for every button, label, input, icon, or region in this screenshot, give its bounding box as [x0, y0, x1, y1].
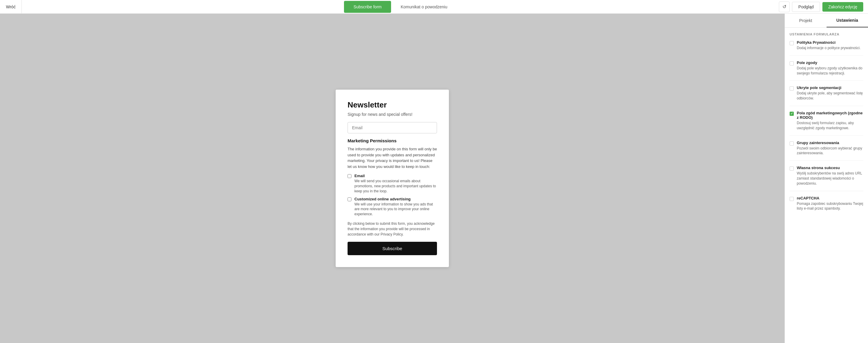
setting-desc-grupy: Pozwól swoim odbiorcom wybierać grupy za…: [797, 146, 863, 156]
setting-desc-wlasna_strona: Wyślij subskrybentów na swój adres URL z…: [797, 171, 863, 186]
checkbox-email-row: Email We will send you occasional emails…: [347, 174, 437, 194]
setting-checkbox-wlasna_strona[interactable]: [789, 166, 794, 171]
setting-desc-pole_zgody: Dodaj pole wyboru zgody użytkownika do s…: [797, 66, 863, 76]
setting-name-ukryte_pole: Ukryte pole segmentacji: [797, 85, 863, 90]
checkbox-email-desc: We will send you occasional emails about…: [354, 179, 437, 194]
privacy-text: By clicking below to submit this form, y…: [347, 221, 437, 237]
setting-desc-pola_zgod: Dostosuj swój formularz zapisu, aby uwzg…: [797, 121, 863, 131]
checkbox-advertising-content: Customized online advertising We will us…: [354, 197, 437, 217]
setting-item-recaptcha: reCAPTCHAPomaga zapobiec subskrybowaniu …: [789, 196, 863, 216]
setting-text-pole_zgody: Pole zgodyDodaj pole wyboru zgody użytko…: [797, 61, 863, 76]
checkbox-advertising-desc: We will use your information to show you…: [354, 202, 437, 217]
setting-text-wlasna_strona: Własna strona sukcesuWyślij subskrybentó…: [797, 166, 863, 186]
form-subtitle: Signup for news and special offers!: [347, 112, 437, 117]
sidebar-section-title: USTAWIENIA FORMULARZA: [789, 32, 863, 36]
history-icon: ↺: [782, 4, 786, 9]
preview-area: Newsletter Signup for news and special o…: [0, 14, 784, 343]
settings-list: Polityka PrywatnościDodaj informacje o p…: [789, 40, 863, 216]
setting-text-pola_zgod: Pola zgód marketingowych (zgodne z RODO)…: [797, 111, 863, 131]
setting-item-pola_zgod: Pola zgód marketingowych (zgodne z RODO)…: [789, 111, 863, 136]
setting-text-grupy: Grupy zainteresowaniaPozwól swoim odbior…: [797, 141, 863, 156]
checkbox-advertising-label: Customized online advertising: [354, 197, 437, 201]
setting-checkbox-polityka[interactable]: [789, 41, 794, 45]
preview-button[interactable]: Podgląd: [792, 2, 820, 12]
setting-checkbox-recaptcha[interactable]: [789, 197, 794, 201]
setting-name-recaptcha: reCAPTCHA: [797, 196, 863, 200]
nav-right-actions: ↺ Podgląd Zakończ edycję: [779, 1, 868, 12]
form-title: Newsletter: [347, 100, 437, 110]
setting-item-polityka: Polityka PrywatnościDodaj informacje o p…: [789, 40, 863, 56]
checkbox-advertising-row: Customized online advertising We will us…: [347, 197, 437, 217]
marketing-section: Marketing Permissions The information yo…: [347, 138, 437, 255]
setting-item-wlasna_strona: Własna strona sukcesuWyślij subskrybentó…: [789, 166, 863, 191]
setting-checkbox-ukryte_pole[interactable]: [789, 87, 794, 91]
back-button[interactable]: Wróć: [0, 0, 22, 13]
finish-edit-button[interactable]: Zakończ edycję: [823, 2, 863, 11]
right-sidebar: Projekt Ustawienia USTAWIENIA FORMULARZA…: [784, 14, 868, 343]
checkbox-email-content: Email We will send you occasional emails…: [354, 174, 437, 194]
setting-checkbox-pola_zgod[interactable]: [789, 112, 794, 116]
setting-name-wlasna_strona: Własna strona sukcesu: [797, 166, 863, 170]
marketing-title: Marketing Permissions: [347, 138, 437, 143]
checkbox-advertising[interactable]: [347, 197, 351, 201]
checkbox-email[interactable]: [347, 174, 351, 178]
setting-name-polityka: Polityka Prywatności: [797, 40, 861, 45]
sidebar-tabs: Projekt Ustawienia: [785, 14, 868, 28]
back-label: Wróć: [6, 4, 16, 9]
setting-item-grupy: Grupy zainteresowaniaPozwól swoim odbior…: [789, 141, 863, 161]
setting-name-grupy: Grupy zainteresowania: [797, 141, 863, 145]
setting-checkbox-grupy[interactable]: [789, 141, 794, 146]
setting-name-pola_zgod: Pola zgód marketingowych (zgodne z RODO): [797, 111, 863, 120]
checkbox-email-label: Email: [354, 174, 437, 178]
setting-checkbox-pole_zgody[interactable]: [789, 61, 794, 66]
marketing-desc: The information you provide on this form…: [347, 146, 437, 169]
tab-ustawienia[interactable]: Ustawienia: [827, 14, 868, 27]
setting-desc-ukryte_pole: Dodaj ukryte pole, aby segmentować listę…: [797, 91, 863, 101]
setting-item-ukryte_pole: Ukryte pole segmentacjiDodaj ukryte pole…: [789, 85, 863, 106]
setting-text-recaptcha: reCAPTCHAPomaga zapobiec subskrybowaniu …: [797, 196, 863, 211]
setting-text-ukryte_pole: Ukryte pole segmentacjiDodaj ukryte pole…: [797, 85, 863, 101]
subscribe-button[interactable]: Subscribe: [347, 242, 437, 255]
setting-desc-recaptcha: Pomaga zapobiec subskrybowaniu Twojej li…: [797, 201, 863, 211]
history-button[interactable]: ↺: [779, 1, 789, 12]
setting-item-pole_zgody: Pole zgodyDodaj pole wyboru zgody użytko…: [789, 61, 863, 81]
newsletter-form-card: Newsletter Signup for news and special o…: [336, 90, 449, 267]
top-navigation: Wróć Subscribe form Komunikat o powodzen…: [0, 0, 868, 14]
setting-desc-polityka: Dodaj informacje o polityce prywatności.: [797, 45, 861, 50]
sidebar-content: USTAWIENIA FORMULARZA Polityka Prywatnoś…: [785, 28, 868, 343]
setting-name-pole_zgody: Pole zgody: [797, 61, 863, 65]
nav-tabs: Subscribe form Komunikat o powodzeniu: [22, 1, 779, 13]
main-layout: Newsletter Signup for news and special o…: [0, 14, 868, 343]
tab-projekt[interactable]: Projekt: [785, 14, 827, 27]
tab-subscribe-form[interactable]: Subscribe form: [344, 1, 391, 13]
setting-text-polityka: Polityka PrywatnościDodaj informacje o p…: [797, 40, 861, 50]
email-input[interactable]: [347, 122, 437, 133]
tab-success-message[interactable]: Komunikat o powodzeniu: [391, 1, 457, 13]
